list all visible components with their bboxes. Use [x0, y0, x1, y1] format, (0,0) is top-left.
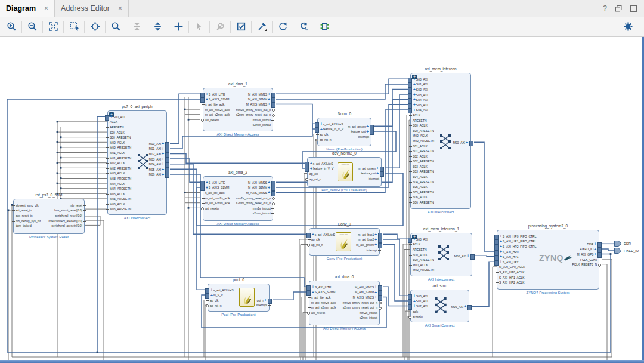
port-axi_dma_2-S_AXIS_S2MM[interactable]: +S_AXIS_S2MM: [205, 186, 230, 191]
customize-block-button[interactable]: [212, 19, 228, 35]
port-axi_dma_2-s_axi_lite_aclk[interactable]: s_axi_lite_aclk: [205, 190, 230, 196]
port-axi_mem_intercon-M00_AXI[interactable]: M00_AXI+: [453, 140, 469, 146]
port-ps7_0_axi_periph-M00_AXI[interactable]: M00_AXI+: [149, 141, 165, 147]
port-axi_mem_intercon-S05_ARESETN[interactable]: S05_ARESETN: [413, 190, 434, 195]
port-processing_system7_0-S_AXI_HP2[interactable]: +S_AXI_HP2: [499, 260, 536, 265]
port-axi_dma_1-m_axi_mm2s_aclk[interactable]: m_axi_mm2s_aclk: [205, 107, 230, 113]
port-ps7_0_axi_periph-S00_ARESETN[interactable]: S00_ARESETN: [110, 135, 131, 140]
port-ps7_0_axi_periph-M06_ARESETN[interactable]: M06_ARESETN: [110, 207, 131, 213]
autofit-selection-button[interactable]: [87, 19, 103, 35]
port-ps7_0_axi_periph-M01_AXI[interactable]: M01_AXI+: [149, 147, 165, 152]
port-axi_dma_0-s2mm_introut[interactable]: s2mm_introut: [343, 316, 377, 321]
port-axi_mem_intercon-S03_ARESETN[interactable]: S03_ARESETN: [413, 170, 434, 175]
port-axi_mem_intercon-S03_ACLK[interactable]: S03_ACLK: [413, 164, 434, 170]
port-Conv_0-s_axi_AXILiteS[interactable]: +s_axi_AXILiteS: [311, 232, 335, 238]
port-axi_mem_intercon-S00_ACLK[interactable]: S00_ACLK: [413, 123, 434, 128]
block-dev_Norm2_0[interactable]: Vivado HLS+s_axi_AXILiteS+feature_in_V_V…: [307, 157, 382, 187]
block-axi_dma_1[interactable]: +S_AXI_LITE+S_AXIS_S2MMs_axi_lite_aclkm_…: [203, 88, 273, 131]
block-axi_mem_intercon_1[interactable]: ++S00_AXIACLKARESETNS00_ACLKS00_ARESETNM…: [410, 233, 472, 276]
port-ps7_0_axi_periph-S00_ACLK[interactable]: S00_ACLK: [110, 130, 131, 136]
port-Conv_0-m_axi_bus1[interactable]: m_axi_bus1+: [356, 232, 377, 238]
port-axi_dma_0-mm2s_prmry_reset_out_n[interactable]: mm2s_prmry_reset_out_n: [343, 300, 377, 306]
port-ps7_0_axi_periph-M04_AXI[interactable]: M04_AXI+: [149, 162, 165, 167]
port-Conv_0-ap_clk[interactable]: ap_clk: [311, 238, 335, 243]
port-Conv_0-m_axi_bus2[interactable]: m_axi_bus2+: [356, 238, 377, 243]
port-processing_system7_0-S_AXI_HP0_FIFO_CTRL[interactable]: +S_AXI_HP0_FIFO_CTRL: [499, 234, 536, 239]
port-axi_dma_0-m_axi_mm2s_aclk[interactable]: m_axi_mm2s_aclk: [311, 300, 336, 306]
port-axi_dma_1-s2mm_prmry_reset_out_n[interactable]: s2mm_prmry_reset_out_n: [236, 112, 271, 118]
port-ps7_0_axi_periph-M06_AXI[interactable]: M06_AXI+: [149, 173, 165, 178]
make-connection-button[interactable]: [191, 19, 207, 35]
port-axi_dma_0-M_AXIS_MM2S[interactable]: M_AXIS_MM2S+: [343, 295, 377, 300]
port-ps7_0_axi_periph-M03_ACLK[interactable]: M03_ACLK: [110, 171, 131, 177]
port-pool_0-interrupt[interactable]: interrupt: [256, 303, 267, 309]
port-rst_ps7_0_50M-ext_reset_in[interactable]: ext_reset_in: [16, 208, 41, 214]
port-processing_system7_0-M_AXI_GP0_ACLK[interactable]: M_AXI_GP0_ACLK: [499, 265, 536, 270]
port-axi_dma_1-S_AXI_LITE[interactable]: +S_AXI_LITE: [205, 92, 230, 97]
port-axi_mem_intercon-S00_ARESETN[interactable]: S00_ARESETN: [413, 128, 434, 134]
block-Norm_0[interactable]: +s_axi_AXILiteS+feature_in_V_Vap_clkap_r…: [317, 118, 371, 146]
tab-diagram[interactable]: Diagram ×: [0, 0, 55, 17]
port-axi_dma_0-S_AXI_LITE[interactable]: +S_AXI_LITE: [311, 285, 336, 290]
regenerate-layout-button[interactable]: [275, 19, 290, 35]
settings-button[interactable]: [620, 19, 636, 35]
tab-address-editor[interactable]: Address Editor ×: [55, 0, 129, 17]
port-axi_dma_2-M_AXI_MM2S[interactable]: M_AXI_MM2S+: [236, 180, 271, 186]
port-rst_ps7_0_50M-dcm_locked[interactable]: dcm_locked: [16, 223, 41, 229]
port-axi_dma_1-M_AXI_MM2S[interactable]: M_AXI_MM2S+: [236, 92, 271, 97]
port-rst_ps7_0_50M-aux_reset_in[interactable]: aux_reset_in: [16, 213, 41, 219]
optimize-routing-button[interactable]: [296, 19, 311, 35]
block-processing_system7_0[interactable]: ZYNQ+S_AXI_HP0_FIFO_CTRL+S_AXI_HP1_FIFO_…: [497, 230, 599, 290]
port-processing_system7_0-S_AXI_HP1[interactable]: +S_AXI_HP1: [499, 254, 536, 260]
port-processing_system7_0-FCLK_RESET0_N[interactable]: FCLK_RESET0_N: [572, 262, 597, 267]
port-processing_system7_0-S_AXI_HP1_FIFO_CTRL[interactable]: +S_AXI_HP1_FIFO_CTRL: [499, 239, 536, 245]
port-axi_mem_intercon-M00_ARESETN[interactable]: M00_ARESETN: [413, 139, 434, 144]
maximize-icon[interactable]: [630, 5, 637, 12]
port-axi_mem_intercon_1-M00_AXI[interactable]: M00_AXI+: [454, 254, 470, 259]
port-ps7_0_axi_periph-M02_ACLK[interactable]: M02_ACLK: [110, 161, 131, 166]
port-pool_0-ap_rst_n[interactable]: ap_rst_n: [210, 303, 234, 309]
port-Conv_0-m_axi_gmem[interactable]: m_axi_gmem+: [356, 242, 377, 248]
port-axi_dma_0-S_AXIS_S2MM[interactable]: +S_AXIS_S2MM: [311, 290, 336, 296]
port-rst_ps7_0_50M-bus_struct_reset[0:0][interactable]: bus_struct_reset[0:0]: [49, 208, 82, 214]
port-axi_mem_intercon_1-ACLK[interactable]: ACLK: [413, 242, 434, 248]
port-axi_dma_2-S_AXI_LITE[interactable]: +S_AXI_LITE: [205, 180, 230, 186]
block-axi_smc[interactable]: +S00_AXI+S01_AXI+S02_AXIaclkaresetnM00_A…: [410, 290, 469, 322]
port-axi_dma_0-mm2s_introut[interactable]: mm2s_introut: [343, 310, 377, 316]
port-axi_mem_intercon-M00_ACLK[interactable]: M00_ACLK: [413, 134, 434, 139]
port-axi_dma_1-M_AXI_S2MM[interactable]: M_AXI_S2MM+: [236, 97, 271, 103]
port-dev_Norm2_0-feature_in_V_V[interactable]: +feature_in_V_V: [309, 167, 333, 172]
port-processing_system7_0-DDR[interactable]: DDR+: [572, 242, 597, 247]
port-axi_dma_1-M_AXIS_MM2S[interactable]: M_AXIS_MM2S+: [236, 102, 271, 107]
port-ps7_0_axi_periph-S00_AXI[interactable]: +S00_AXI: [110, 115, 131, 120]
port-axi_mem_intercon_1-S00_ACLK[interactable]: S00_ACLK: [413, 253, 434, 258]
block-rst_ps7_0_50M[interactable]: slowest_sync_clkext_reset_inaux_reset_in…: [13, 199, 85, 234]
port-ps7_0_axi_periph-M03_AXI[interactable]: M03_AXI+: [149, 157, 165, 162]
pin-button[interactable]: [254, 19, 270, 35]
port-dev_Norm2_0-ap_clk[interactable]: ap_clk: [309, 171, 333, 177]
port-axi_dma_2-mm2s_prmry_reset_out_n[interactable]: mm2s_prmry_reset_out_n: [236, 196, 271, 201]
port-Conv_0-ap_rst_n[interactable]: ap_rst_n: [311, 242, 335, 248]
port-Conv_0-interrupt[interactable]: interrupt: [356, 248, 377, 253]
close-icon[interactable]: ×: [118, 4, 122, 13]
port-axi_mem_intercon_1-M00_ARESETN[interactable]: M00_ARESETN: [413, 268, 434, 273]
port-ps7_0_axi_periph-M02_ARESETN[interactable]: M02_ARESETN: [110, 166, 131, 171]
port-axi_dma_1-axi_resetn[interactable]: axi_resetn: [205, 118, 230, 123]
port-axi_dma_1-s2mm_introut[interactable]: s2mm_introut: [236, 123, 271, 128]
port-axi_smc-aclk[interactable]: aclk: [413, 309, 428, 315]
port-processing_system7_0-M_AXI_GP0[interactable]: M_AXI_GP0+: [572, 252, 597, 257]
port-axi_smc-aresetn[interactable]: aresetn: [413, 314, 428, 319]
port-pool_0-ap_clk[interactable]: ap_clk: [210, 298, 234, 303]
search-button[interactable]: [108, 19, 123, 35]
block-axi_mem_intercon[interactable]: ++S00_AXI+S01_AXI+S02_AXI+S03_AXI+S04_AX…: [410, 73, 471, 209]
port-axi_dma_0-M_AXI_MM2S[interactable]: M_AXI_MM2S+: [343, 285, 377, 290]
port-axi_mem_intercon-S01_AXI[interactable]: +S01_AXI: [413, 82, 434, 88]
port-axi_dma_2-s2mm_prmry_reset_out_n[interactable]: s2mm_prmry_reset_out_n: [236, 201, 271, 206]
port-axi_mem_intercon-S05_AXI[interactable]: +S05_AXI: [413, 103, 434, 108]
port-Norm_0-ap_rst_n[interactable]: ap_rst_n: [320, 137, 343, 143]
port-ps7_0_axi_periph-M04_ARESETN[interactable]: M04_ARESETN: [110, 186, 131, 192]
port-processing_system7_0-S_AXI_HP0_ACLK[interactable]: S_AXI_HP0_ACLK: [499, 270, 536, 275]
port-ps7_0_axi_periph-M02_AXI[interactable]: M02_AXI+: [149, 152, 165, 157]
port-rst_ps7_0_50M-interconnect_aresetn[0:0][interactable]: interconnect_aresetn[0:0]: [49, 219, 82, 224]
port-ps7_0_axi_periph-ARESETN[interactable]: ARESETN: [110, 125, 131, 130]
